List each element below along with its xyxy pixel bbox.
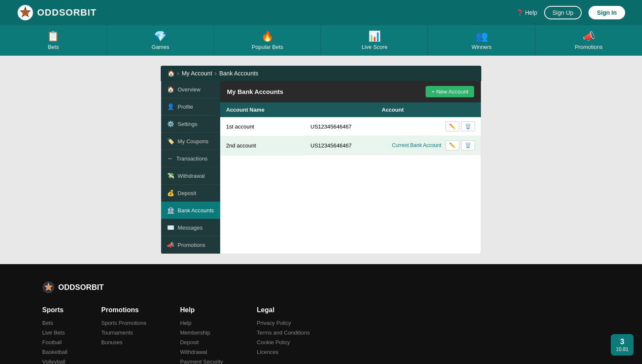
col-header-account-name: Account Name <box>220 102 305 117</box>
account-cell: US12345646467✏️🗑️ <box>305 117 481 136</box>
footer-link-1-2[interactable]: Bonuses <box>101 339 146 345</box>
nav-label-promotions: Promotions <box>575 44 603 50</box>
sidebar-label-overview: Overview <box>178 86 200 93</box>
footer-link-3-3[interactable]: Licences <box>257 349 310 355</box>
footer-link-2-1[interactable]: Membership <box>180 329 223 336</box>
footer-link-2-2[interactable]: Deposit <box>180 339 223 345</box>
chat-badge[interactable]: 3 10.81 <box>611 334 634 356</box>
sidebar-label-transactions: Transactions <box>176 155 208 162</box>
sidebar-label-withdrawal: Withdrawal <box>178 173 205 179</box>
footer-link-0-0[interactable]: Bets <box>42 320 67 326</box>
messages-icon: ✉️ <box>167 224 174 231</box>
action-buttons: ✏️🗑️ <box>445 140 475 150</box>
bank-accounts-icon: 🏦 <box>167 207 174 214</box>
delete-button[interactable]: 🗑️ <box>461 121 475 131</box>
footer-link-2-4[interactable]: Payment Security <box>180 359 223 364</box>
profile-icon: 👤 <box>167 103 174 110</box>
account-cell: US12345646467Current Bank Account✏️🗑️ <box>305 136 481 155</box>
main-section: 🏠 › My Account › Bank Accounts 🏠 Overvie… <box>0 56 642 264</box>
logo: ODDSORBIT <box>17 4 97 21</box>
home-icon[interactable]: 🏠 <box>167 70 175 77</box>
sidebar-item-profile[interactable]: 👤 Profile <box>161 98 220 115</box>
content-box: 🏠 › My Account › Bank Accounts 🏠 Overvie… <box>161 66 481 254</box>
logo-text: ODDSORBIT <box>37 7 97 18</box>
footer-col-help: HelpHelpMembershipDepositWithdrawalPayme… <box>180 306 223 364</box>
settings-icon: ⚙️ <box>167 120 174 127</box>
sidebar-label-bank-accounts: Bank Accounts <box>178 207 214 214</box>
nav-label-bets: Bets <box>48 44 59 50</box>
sidebar: 🏠 Overview 👤 Profile ⚙️ Settings 🏷️ My C… <box>161 81 220 254</box>
action-buttons: ✏️🗑️ <box>445 121 475 131</box>
footer-link-0-4[interactable]: Volleyball <box>42 359 67 364</box>
footer-link-1-0[interactable]: Sports Promotions <box>101 320 146 326</box>
footer-link-0-1[interactable]: Live Bets <box>42 329 67 336</box>
svg-point-2 <box>22 9 29 16</box>
sidebar-label-profile: Profile <box>178 104 193 110</box>
sidebar-item-settings[interactable]: ⚙️ Settings <box>161 115 220 133</box>
sidebar-item-withdrawal[interactable]: 💸 Withdrawal <box>161 167 220 185</box>
footer-link-3-2[interactable]: Cookie Policy <box>257 339 310 345</box>
footer-logo-text: ODDSORBIT <box>58 283 104 292</box>
footer-link-1-1[interactable]: Tournaments <box>101 329 146 336</box>
footer-col-title-2: Help <box>180 306 223 314</box>
footer-link-3-1[interactable]: Terms and Conditions <box>257 329 310 336</box>
my-coupons-icon: 🏷️ <box>167 138 174 145</box>
breadcrumb-current: Bank Accounts <box>219 70 259 77</box>
new-account-button[interactable]: + New Account <box>426 86 474 97</box>
sidebar-item-transactions[interactable]: ↔️ Transactions <box>161 150 220 167</box>
footer-link-0-2[interactable]: Football <box>42 339 67 345</box>
deposit-icon: 💰 <box>167 190 174 196</box>
footer-logo: ODDSORBIT <box>42 281 600 294</box>
account-number: US12345646467 <box>310 142 392 149</box>
games-icon: 💎 <box>154 30 167 42</box>
help-icon: ❓ <box>516 9 523 16</box>
nav-item-live-score[interactable]: 📊 Live Score <box>321 25 428 55</box>
nav-item-popular-bets[interactable]: 🔥 Popular Bets <box>214 25 321 55</box>
account-name-cell: 1st account <box>220 117 305 136</box>
signin-button[interactable]: Sign In <box>588 6 625 19</box>
footer-link-0-3[interactable]: Basketball <box>42 349 67 355</box>
nav-label-winners: Winners <box>472 44 492 50</box>
edit-button[interactable]: ✏️ <box>445 140 459 150</box>
sidebar-item-promotions[interactable]: 📣 Promotions <box>161 236 220 254</box>
footer: ODDSORBIT SportsBetsLive BetsFootballBas… <box>0 264 642 364</box>
chat-value: 10.81 <box>616 346 629 352</box>
sidebar-item-bank-accounts[interactable]: 🏦 Bank Accounts <box>161 202 220 219</box>
footer-link-2-0[interactable]: Help <box>180 320 223 326</box>
nav-item-winners[interactable]: 👥 Winners <box>428 25 535 55</box>
footer-link-3-0[interactable]: Privacy Policy <box>257 320 310 326</box>
sidebar-item-overview[interactable]: 🏠 Overview <box>161 81 220 98</box>
footer-link-2-3[interactable]: Withdrawal <box>180 349 223 355</box>
sidebar-label-my-coupons: My Coupons <box>178 138 208 145</box>
footer-col-title-1: Promotions <box>101 306 146 314</box>
nav-label-popular-bets: Popular Bets <box>252 44 283 50</box>
overview-icon: 🏠 <box>167 86 174 93</box>
sidebar-item-messages[interactable]: ✉️ Messages <box>161 219 220 236</box>
sidebar-item-my-coupons[interactable]: 🏷️ My Coupons <box>161 133 220 150</box>
nav-item-bets[interactable]: 📋 Bets <box>0 25 107 55</box>
account-name-cell: 2nd account <box>220 136 305 155</box>
panel-title: My Bank Accounts <box>227 88 283 95</box>
edit-button[interactable]: ✏️ <box>445 121 459 131</box>
nav-item-promotions[interactable]: 📣 Promotions <box>535 25 642 55</box>
help-link[interactable]: ❓ Help <box>516 9 537 16</box>
current-account-badge: Current Bank Account <box>392 142 441 148</box>
bets-icon: 📋 <box>47 30 59 42</box>
footer-col-title-0: Sports <box>42 306 67 314</box>
nav-item-games[interactable]: 💎 Games <box>107 25 214 55</box>
delete-button[interactable]: 🗑️ <box>461 140 475 150</box>
account-number: US12345646467 <box>310 123 445 130</box>
signup-button[interactable]: Sign Up <box>544 6 582 19</box>
breadcrumb-separator-2: › <box>215 70 217 77</box>
nav-label-games: Games <box>151 44 169 50</box>
breadcrumb-separator-1: › <box>177 70 179 77</box>
transactions-icon: ↔️ <box>167 155 173 162</box>
header: ODDSORBIT ❓ Help Sign Up Sign In <box>0 0 642 25</box>
panel-header: My Bank Accounts + New Account <box>220 81 481 102</box>
sidebar-item-deposit[interactable]: 💰 Deposit <box>161 185 220 202</box>
col-header-account: Account <box>305 102 481 117</box>
svg-point-5 <box>46 285 51 290</box>
breadcrumb-my-account[interactable]: My Account <box>182 70 212 77</box>
nav-label-live-score: Live Score <box>361 44 387 50</box>
header-right: ❓ Help Sign Up Sign In <box>516 6 625 19</box>
